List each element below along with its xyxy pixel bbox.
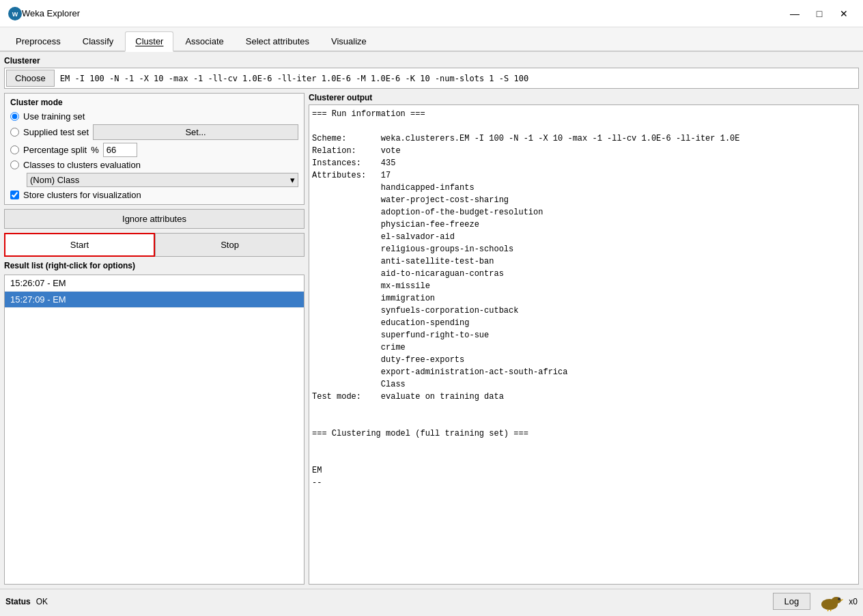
clusterer-section: Clusterer Choose EM -I 100 -N -1 -X 10 -… [4,56,859,89]
svg-point-4 [838,598,840,600]
nom-class-select[interactable]: (Nom) Class ▾ [27,173,298,187]
label-classes: Classes to clusters evaluation [23,160,141,170]
dropdown-arrow-icon: ▾ [290,175,295,185]
close-button[interactable]: ✕ [833,4,855,23]
main-content: Clusterer Choose EM -I 100 -N -1 -X 10 -… [0,52,863,589]
result-list: 15:26:07 - EM 15:27:09 - EM [4,275,305,585]
window-controls: — □ ✕ [784,4,855,23]
cluster-mode-title: Cluster mode [10,98,298,107]
clusterer-row: Choose EM -I 100 -N -1 -X 10 -max -1 -ll… [4,68,859,89]
minimize-button[interactable]: — [784,4,806,23]
clusterer-config: EM -I 100 -N -1 -X 10 -max -1 -ll-cv 1.0… [57,72,857,85]
app-title: Weka Explorer [22,8,784,18]
result-list-label: Result list (right-click for options) [4,261,305,270]
cluster-mode-box: Cluster mode Use training set Supplied t… [4,93,305,205]
svg-marker-5 [841,599,843,601]
status-bar: Status OK Log x0 [0,589,863,613]
tab-visualize[interactable]: Visualize [321,31,377,51]
output-label: Clusterer output [309,93,859,102]
tab-associate[interactable]: Associate [175,31,234,51]
radio-classes[interactable] [10,160,19,169]
stop-button[interactable]: Stop [155,233,305,257]
right-panel: Clusterer output === Run information ===… [309,93,859,585]
start-stop-row: Start Stop [4,233,305,257]
tab-cluster[interactable]: Cluster [125,31,173,52]
status-label: Status [5,597,31,606]
tab-select-attributes[interactable]: Select attributes [236,31,320,51]
radio-supplied[interactable] [10,128,19,137]
result-item-0[interactable]: 15:26:07 - EM [5,275,304,292]
label-percentage: Percentage split [23,145,87,155]
store-clusters-row: Store clusters for visualization [10,190,298,200]
supplied-row: Supplied test set Set... [10,124,298,140]
nom-class-row: (Nom) Class ▾ [27,173,298,187]
clusterer-label: Clusterer [4,56,859,66]
log-button[interactable]: Log [773,593,811,610]
store-clusters-checkbox[interactable] [10,191,19,199]
radio-training[interactable] [10,112,19,121]
panels: Cluster mode Use training set Supplied t… [4,93,859,585]
radio-row-training: Use training set [10,111,298,122]
radio-percentage[interactable] [10,145,19,154]
percentage-input[interactable] [103,143,137,157]
status-value: OK [36,597,767,606]
nom-class-value: (Nom) Class [30,175,79,185]
svg-line-6 [827,610,828,611]
label-training: Use training set [23,111,85,122]
tab-bar: Preprocess Classify Cluster Associate Se… [0,27,863,52]
tab-classify[interactable]: Classify [72,31,124,51]
percent-symbol: % [91,145,99,155]
result-item-1[interactable]: 15:27:09 - EM [5,292,304,308]
svg-text:W: W [12,11,18,18]
output-text: === Run information === Scheme: weka.clu… [312,108,855,489]
store-clusters-label: Store clusters for visualization [23,190,141,200]
title-bar: W Weka Explorer — □ ✕ [0,0,863,27]
left-panel: Cluster mode Use training set Supplied t… [4,93,305,585]
tab-preprocess[interactable]: Preprocess [5,31,71,51]
app-logo: W [8,7,22,20]
weka-bird-icon [816,592,843,611]
output-box[interactable]: === Run information === Scheme: weka.clu… [309,104,859,585]
percentage-row: Percentage split % [10,143,298,157]
choose-button[interactable]: Choose [6,70,55,87]
label-supplied: Supplied test set [23,127,89,137]
maximize-button[interactable]: □ [808,4,830,23]
svg-line-7 [830,610,831,611]
ignore-attributes-button[interactable]: Ignore attributes [4,209,305,229]
start-button[interactable]: Start [4,233,155,257]
classes-row: Classes to clusters evaluation [10,160,298,170]
set-button[interactable]: Set... [93,124,298,140]
x-count: x0 [849,597,858,606]
